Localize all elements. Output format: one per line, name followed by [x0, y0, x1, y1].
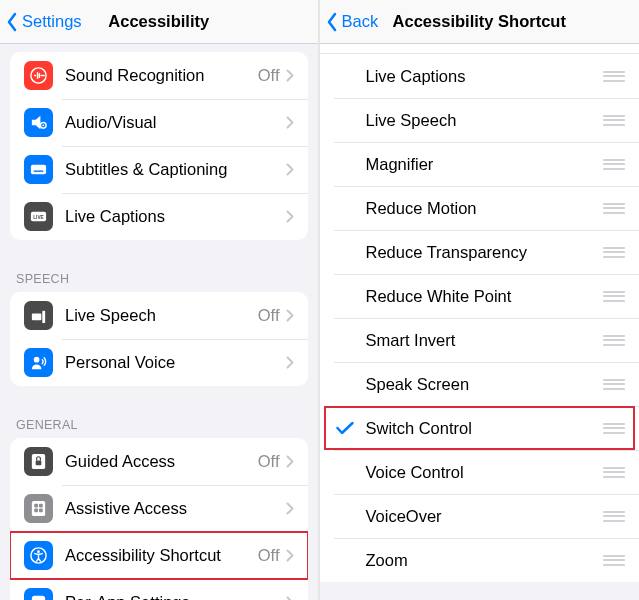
- shortcut-label: Reduce Transparency: [366, 243, 594, 262]
- chevron-right-icon: [286, 549, 294, 562]
- page-title: Accessibility: [108, 12, 209, 31]
- chevron-right-icon: [286, 356, 294, 369]
- audio-visual-icon: [24, 108, 53, 137]
- subtitles-captioning-icon: [24, 155, 53, 184]
- row-accessibility-shortcut[interactable]: Accessibility ShortcutOff: [10, 532, 308, 579]
- shortcut-row-live-speech[interactable]: Live Speech: [320, 98, 640, 142]
- row-value: Off: [258, 66, 280, 85]
- row-assistive-access[interactable]: Assistive Access: [10, 485, 308, 532]
- row-subtitles-captioning[interactable]: Subtitles & Captioning: [10, 146, 308, 193]
- guided-access-icon: [24, 447, 53, 476]
- sound-recognition-icon: [24, 61, 53, 90]
- shortcut-row-magnifier[interactable]: Magnifier: [320, 142, 640, 186]
- live-captions-icon: [24, 202, 53, 231]
- page-title: Accessibility Shortcut: [393, 12, 566, 31]
- shortcut-label: Smart Invert: [366, 331, 594, 350]
- settings-group: Guided AccessOffAssistive AccessAccessib…: [10, 438, 308, 600]
- drag-handle-icon[interactable]: [593, 71, 625, 82]
- row-sound-recognition[interactable]: Sound RecognitionOff: [10, 52, 308, 99]
- navbar-right: Back Accessibility Shortcut: [320, 0, 640, 44]
- assistive-access-icon: [24, 494, 53, 523]
- row-audio-visual[interactable]: Audio/Visual: [10, 99, 308, 146]
- live-speech-icon: [24, 301, 53, 330]
- back-button[interactable]: Back: [326, 12, 379, 32]
- back-button-settings[interactable]: Settings: [6, 12, 82, 32]
- shortcut-row-reduce-motion[interactable]: Reduce Motion: [320, 186, 640, 230]
- shortcut-label: VoiceOver: [366, 507, 594, 526]
- row-label: Personal Voice: [65, 353, 286, 372]
- shortcut-label: Live Speech: [366, 111, 594, 130]
- chevron-right-icon: [286, 596, 294, 600]
- chevron-right-icon: [286, 116, 294, 129]
- row-label: Audio/Visual: [65, 113, 286, 132]
- row-label: Sound Recognition: [65, 66, 258, 85]
- chevron-right-icon: [286, 69, 294, 82]
- shortcut-label: Reduce White Point: [366, 287, 594, 306]
- chevron-left-icon: [326, 12, 338, 32]
- row-guided-access[interactable]: Guided AccessOff: [10, 438, 308, 485]
- row-value: Off: [258, 306, 280, 325]
- shortcut-row-voice-control[interactable]: Voice Control: [320, 450, 640, 494]
- row-personal-voice[interactable]: Personal Voice: [10, 339, 308, 386]
- left-content: Sound RecognitionOffAudio/VisualSubtitle…: [0, 44, 318, 600]
- drag-handle-icon[interactable]: [593, 511, 625, 522]
- shortcut-row-switch-control[interactable]: Switch Control: [320, 406, 640, 450]
- row-label: Guided Access: [65, 452, 258, 471]
- drag-handle-icon[interactable]: [593, 203, 625, 214]
- shortcut-label: Reduce Motion: [366, 199, 594, 218]
- drag-handle-icon[interactable]: [593, 247, 625, 258]
- drag-handle-icon[interactable]: [593, 159, 625, 170]
- shortcut-label: Speak Screen: [366, 375, 594, 394]
- shortcut-panel: Back Accessibility Shortcut Live Caption…: [320, 0, 640, 600]
- drag-handle-icon[interactable]: [593, 379, 625, 390]
- section-header: SPEECH: [0, 254, 318, 292]
- row-live-speech[interactable]: Live SpeechOff: [10, 292, 308, 339]
- chevron-right-icon: [286, 309, 294, 322]
- drag-handle-icon[interactable]: [593, 335, 625, 346]
- chevron-right-icon: [286, 455, 294, 468]
- row-live-captions[interactable]: Live Captions: [10, 193, 308, 240]
- chevron-right-icon: [286, 502, 294, 515]
- row-label: Per-App Settings: [65, 593, 286, 600]
- drag-handle-icon[interactable]: [593, 291, 625, 302]
- personal-voice-icon: [24, 348, 53, 377]
- shortcut-row-zoom[interactable]: Zoom: [320, 538, 640, 582]
- drag-handle-icon[interactable]: [593, 423, 625, 434]
- back-label: Back: [342, 12, 379, 31]
- per-app-settings-icon: [24, 588, 53, 600]
- shortcut-label: Switch Control: [366, 419, 594, 438]
- shortcut-label: Voice Control: [366, 463, 594, 482]
- accessibility-panel: Settings Accessibility Sound Recognition…: [0, 0, 320, 600]
- settings-group: Live SpeechOffPersonal Voice: [10, 292, 308, 386]
- back-label: Settings: [22, 12, 82, 31]
- shortcut-label: Zoom: [366, 551, 594, 570]
- shortcut-row-live-captions[interactable]: Live Captions: [320, 54, 640, 98]
- shortcut-row-reduce-white-point[interactable]: Reduce White Point: [320, 274, 640, 318]
- drag-handle-icon[interactable]: [593, 555, 625, 566]
- shortcut-row-smart-invert[interactable]: Smart Invert: [320, 318, 640, 362]
- drag-handle-icon[interactable]: [593, 467, 625, 478]
- drag-handle-icon[interactable]: [593, 115, 625, 126]
- shortcut-label: Live Captions: [366, 67, 594, 86]
- shortcut-row-reduce-transparency[interactable]: Reduce Transparency: [320, 230, 640, 274]
- check-slot: [334, 421, 356, 435]
- shortcut-row-voiceover[interactable]: VoiceOver: [320, 494, 640, 538]
- shortcut-list: Live CaptionsLive SpeechMagnifierReduce …: [320, 54, 640, 582]
- row-per-app-settings[interactable]: Per-App Settings: [10, 579, 308, 600]
- chevron-right-icon: [286, 210, 294, 223]
- section-header: GENERAL: [0, 400, 318, 438]
- shortcut-label: Magnifier: [366, 155, 594, 174]
- chevron-left-icon: [6, 12, 18, 32]
- row-label: Live Speech: [65, 306, 258, 325]
- navbar-left: Settings Accessibility: [0, 0, 318, 44]
- shortcut-row-speak-screen[interactable]: Speak Screen: [320, 362, 640, 406]
- accessibility-shortcut-icon: [24, 541, 53, 570]
- row-value: Off: [258, 452, 280, 471]
- row-value: Off: [258, 546, 280, 565]
- chevron-right-icon: [286, 163, 294, 176]
- row-label: Assistive Access: [65, 499, 286, 518]
- row-label: Live Captions: [65, 207, 286, 226]
- checkmark-icon: [336, 421, 354, 435]
- row-label: Accessibility Shortcut: [65, 546, 258, 565]
- settings-group: Sound RecognitionOffAudio/VisualSubtitle…: [10, 52, 308, 240]
